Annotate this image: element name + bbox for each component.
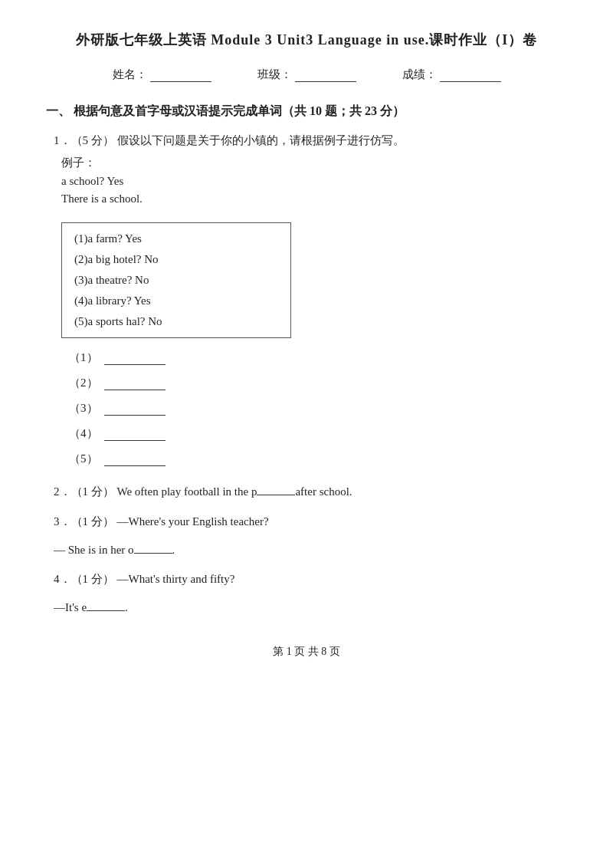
- example-answer: There is a school.: [61, 192, 567, 205]
- example-label: 例子：: [61, 156, 567, 170]
- example-block: 例子： a school? Yes There is a school.: [61, 156, 567, 205]
- box-item-5: (5)a sports hal? No: [74, 315, 278, 328]
- q3-line2: — She is in her o.: [54, 540, 567, 557]
- q3-line1: 3．（1 分） —Where's your English teacher?: [54, 515, 567, 529]
- box-item-4: (4)a library? Yes: [74, 294, 278, 307]
- question-1: 1．（5 分） 假设以下问题是关于你的小镇的，请根据例子进行仿写。 例子： a …: [46, 133, 567, 466]
- box-item-1: (1)a farm? Yes: [74, 232, 278, 245]
- question-4: 4．（1 分） —What's thirty and fifty? —It's …: [46, 572, 567, 614]
- class-field: 班级：: [257, 67, 356, 82]
- answer-line-1: （1）: [69, 350, 567, 365]
- q4-line2: —It's e.: [54, 597, 567, 614]
- q2-text-after: after school.: [295, 485, 352, 498]
- box-item-2: (2)a big hotel? No: [74, 253, 278, 266]
- page-title: 外研版七年级上英语 Module 3 Unit3 Language in use…: [46, 31, 567, 49]
- question-3: 3．（1 分） —Where's your English teacher? —…: [46, 515, 567, 557]
- answer-lines: （1） （2） （3） （4） （5）: [69, 350, 567, 466]
- box-item-3: (3)a theatre? No: [74, 274, 278, 287]
- q2-text-before: 2．（1 分） We often play football in the p: [54, 485, 257, 498]
- section1-title: 一、 根据句意及首字母或汉语提示完成单词（共 10 题；共 23 分）: [46, 104, 567, 120]
- q4-line1: 4．（1 分） —What's thirty and fifty?: [54, 572, 567, 587]
- answer-line-4: （4）: [69, 426, 567, 441]
- name-field: 姓名：: [113, 67, 211, 82]
- answer-line-5: （5）: [69, 452, 567, 466]
- page-footer: 第 1 页 共 8 页: [46, 645, 567, 659]
- question-box: (1)a farm? Yes (2)a big hotel? No (3)a t…: [61, 222, 291, 338]
- score-field: 成绩：: [402, 67, 501, 82]
- q2-blank: [257, 482, 295, 495]
- question-2: 2．（1 分） We often play football in the pa…: [46, 482, 567, 499]
- answer-line-2: （2）: [69, 376, 567, 390]
- q3-blank: [134, 540, 172, 554]
- answer-line-3: （3）: [69, 401, 567, 416]
- q4-blank: [87, 597, 125, 611]
- q1-header: 1．（5 分） 假设以下问题是关于你的小镇的，请根据例子进行仿写。: [54, 133, 567, 148]
- example-question: a school? Yes: [61, 175, 567, 188]
